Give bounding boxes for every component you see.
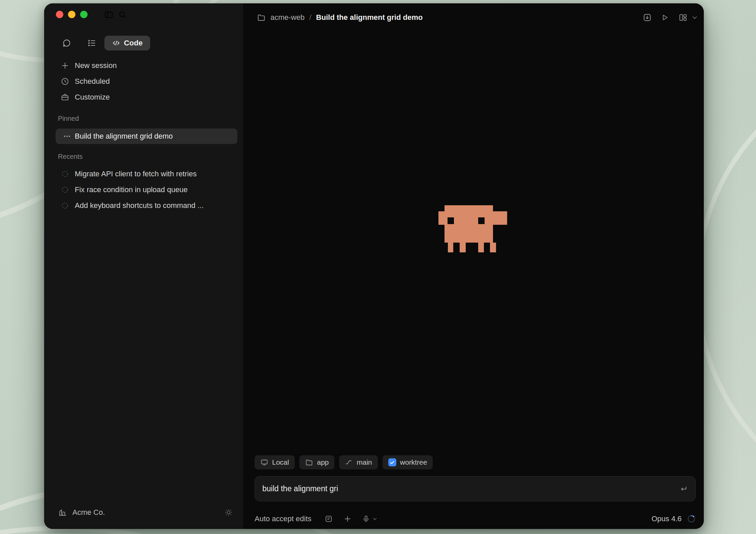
window-controls <box>56 11 88 18</box>
composer-footer: Auto accept edits Opus 4. <box>255 512 696 526</box>
pinned-section-heading: Pinned <box>58 115 79 122</box>
pinned-session-label: Build the alignment grid demo <box>75 132 173 141</box>
chip-label: Local <box>272 458 289 466</box>
git-branch-icon <box>345 458 353 466</box>
chip-app[interactable]: app <box>299 455 334 469</box>
dotted-circle-icon <box>61 202 69 210</box>
minimize-window-button[interactable] <box>68 11 75 18</box>
sidebar-footer: Acme Co. <box>44 505 242 520</box>
checklist-icon[interactable] <box>87 38 97 48</box>
building-icon <box>58 508 67 517</box>
main-pane: acme-web / Build the alignment grid demo <box>243 3 704 529</box>
play-icon[interactable] <box>661 13 669 22</box>
return-key-icon <box>679 485 688 493</box>
chip-label: app <box>317 458 329 466</box>
folder-icon <box>257 13 266 22</box>
chip-label: main <box>357 458 372 466</box>
tab-code-label: Code <box>124 39 143 47</box>
chip-main-branch[interactable]: main <box>339 455 378 469</box>
sidebar-item-new-session[interactable]: New session <box>44 58 242 73</box>
sidebar-item-label: Customize <box>75 93 110 102</box>
main-header: acme-web / Build the alignment grid demo <box>243 10 704 25</box>
zoom-window-button[interactable] <box>80 11 88 18</box>
ellipsis-icon <box>63 132 71 140</box>
model-name[interactable]: Opus 4.6 <box>652 514 682 523</box>
plus-icon[interactable] <box>343 514 352 523</box>
header-actions <box>643 10 698 25</box>
chip-local[interactable]: Local <box>255 455 295 469</box>
breadcrumb: acme-web / Build the alignment grid demo <box>257 10 423 25</box>
plus-icon <box>61 61 69 70</box>
briefcase-icon <box>61 93 69 102</box>
layout-grid-icon[interactable] <box>678 13 688 22</box>
dotted-circle-icon <box>61 170 69 178</box>
sidebar-item-customize[interactable]: Customize <box>44 90 242 105</box>
chip-worktree[interactable]: worktree <box>383 455 433 469</box>
app-window: Code New session Scheduled Customize Pin… <box>44 3 704 529</box>
monitor-icon <box>260 458 268 466</box>
breadcrumb-repo[interactable]: acme-web <box>270 13 304 22</box>
composer-footer-icons <box>324 514 378 523</box>
code-brackets-icon <box>112 39 121 47</box>
chip-label: worktree <box>400 458 427 466</box>
sidebar-item-recent-1[interactable]: Migrate API client to fetch with retries <box>44 167 242 181</box>
prompt-input[interactable] <box>262 484 679 493</box>
checkbox-checked-icon[interactable] <box>388 458 396 466</box>
prompt-input-container <box>255 476 696 501</box>
sidebar-item-recent-3[interactable]: Add keyboard shortcuts to command ... <box>44 198 242 213</box>
clock-icon <box>61 77 69 86</box>
recent-session-label: Fix race condition in upload queue <box>75 185 188 194</box>
sidebar-item-label: New session <box>75 61 117 70</box>
model-selector[interactable]: Opus 4.6 <box>652 514 696 523</box>
tab-code[interactable]: Code <box>104 36 150 50</box>
context-chips: Local app main worktree <box>255 455 433 469</box>
import-window-icon[interactable] <box>643 13 652 22</box>
organization-name: Acme Co. <box>72 508 105 517</box>
sidebar-toggle-icon[interactable] <box>104 10 113 20</box>
sidebar-item-recent-2[interactable]: Fix race condition in upload queue <box>44 182 242 197</box>
chevron-down-icon[interactable] <box>372 516 378 522</box>
breadcrumb-separator: / <box>309 13 311 22</box>
chat-bubble-icon[interactable] <box>62 38 71 48</box>
sidebar-tabs: Code <box>44 36 242 50</box>
microphone-icon[interactable] <box>362 515 370 523</box>
sidebar-item-scheduled[interactable]: Scheduled <box>44 74 242 89</box>
sun-icon[interactable] <box>224 508 233 517</box>
folder-icon <box>305 458 313 466</box>
note-icon[interactable] <box>324 514 333 523</box>
recent-session-label: Add keyboard shortcuts to command ... <box>75 201 204 210</box>
close-window-button[interactable] <box>56 11 63 18</box>
auto-accept-edits-button[interactable]: Auto accept edits <box>255 514 311 523</box>
pixel-creature-illustration <box>438 205 507 252</box>
recent-session-label: Migrate API client to fetch with retries <box>75 170 197 178</box>
loading-spinner <box>687 514 696 523</box>
chevron-down-icon[interactable] <box>691 14 698 21</box>
search-icon[interactable] <box>118 10 127 20</box>
recents-section-heading: Recents <box>58 153 83 161</box>
dotted-circle-icon <box>61 186 69 194</box>
sidebar-item-label: Scheduled <box>75 77 110 86</box>
sidebar: Code New session Scheduled Customize Pin… <box>44 3 243 529</box>
sidebar-item-pinned-session[interactable]: Build the alignment grid demo <box>56 129 237 144</box>
page-title: Build the alignment grid demo <box>316 13 423 22</box>
